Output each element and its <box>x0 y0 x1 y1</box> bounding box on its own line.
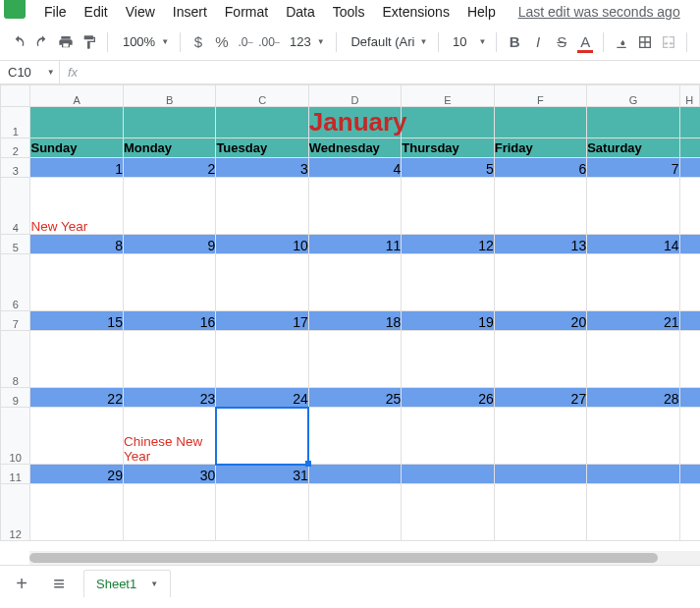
column-header[interactable]: C <box>216 85 308 107</box>
cell[interactable]: Friday <box>494 138 586 158</box>
cell[interactable] <box>679 408 699 465</box>
formula-input[interactable] <box>85 61 700 83</box>
row-header[interactable]: 3 <box>1 158 30 178</box>
cell[interactable] <box>679 465 699 484</box>
cell[interactable] <box>123 107 215 138</box>
row-header[interactable]: 8 <box>1 331 30 388</box>
cell[interactable]: Chinese New Year <box>123 408 215 465</box>
currency-button[interactable]: $ <box>188 29 209 55</box>
cell[interactable]: 26 <box>402 388 494 408</box>
cell[interactable] <box>308 408 401 465</box>
all-sheets-button[interactable]: ≡ <box>47 573 71 595</box>
row-header[interactable]: 5 <box>1 235 30 254</box>
cell[interactable] <box>30 408 123 465</box>
menu-insert[interactable]: Insert <box>164 0 216 24</box>
cell[interactable] <box>587 331 679 388</box>
last-edit-link[interactable]: Last edit was seconds ago <box>518 4 680 20</box>
paint-format-button[interactable] <box>79 29 100 55</box>
cell[interactable] <box>402 254 494 311</box>
cell[interactable]: 17 <box>216 311 308 331</box>
menu-extensions[interactable]: Extensions <box>373 0 458 24</box>
cell[interactable]: 18 <box>308 311 401 331</box>
cell[interactable] <box>216 484 308 541</box>
cell[interactable] <box>402 465 494 484</box>
row-header[interactable]: 1 <box>1 107 30 138</box>
cell[interactable] <box>679 235 699 254</box>
cell[interactable]: 10 <box>216 235 308 254</box>
row-header[interactable]: 10 <box>1 408 30 465</box>
number-format-combo[interactable]: 123▼ <box>282 29 329 55</box>
cell[interactable]: 19 <box>402 311 494 331</box>
cell[interactable] <box>587 107 679 138</box>
text-color-button[interactable]: A <box>574 29 596 55</box>
row-header[interactable]: 12 <box>1 484 30 541</box>
cell[interactable] <box>587 254 679 311</box>
select-all-corner[interactable] <box>1 85 30 107</box>
cell[interactable] <box>587 465 679 484</box>
cell[interactable] <box>30 484 123 541</box>
cell[interactable]: 9 <box>123 235 215 254</box>
strikethrough-button[interactable]: S <box>551 29 572 55</box>
cell[interactable] <box>587 178 679 235</box>
cell[interactable] <box>308 465 401 484</box>
sheet-tab[interactable]: Sheet1 ▼ <box>84 571 170 597</box>
cell[interactable] <box>494 408 586 465</box>
menu-edit[interactable]: Edit <box>76 0 117 24</box>
cell[interactable] <box>123 254 215 311</box>
cell[interactable]: 25 <box>308 388 401 408</box>
cell[interactable]: 31 <box>216 465 308 484</box>
cell[interactable] <box>494 331 586 388</box>
print-button[interactable] <box>55 29 77 55</box>
cell[interactable] <box>216 107 308 138</box>
cell[interactable] <box>30 254 123 311</box>
column-header[interactable]: G <box>587 85 679 107</box>
row-header[interactable]: 6 <box>1 254 30 311</box>
bold-button[interactable]: B <box>504 29 525 55</box>
cell[interactable]: 20 <box>494 311 586 331</box>
cell[interactable] <box>308 331 401 388</box>
column-header[interactable]: B <box>123 85 215 107</box>
cell[interactable] <box>679 484 699 541</box>
cell[interactable] <box>587 484 679 541</box>
horizontal-scrollbar-thumb[interactable] <box>29 553 658 563</box>
cell[interactable] <box>679 178 699 235</box>
cell[interactable] <box>494 178 586 235</box>
sheet-area[interactable]: ABCDEFGH1January2SundayMondayTuesdayWedn… <box>0 84 700 565</box>
cell[interactable]: 6 <box>494 158 586 178</box>
row-header[interactable]: 11 <box>1 465 30 484</box>
column-header[interactable]: E <box>402 85 494 107</box>
cell[interactable] <box>587 408 679 465</box>
cell[interactable] <box>30 107 123 138</box>
column-header[interactable]: D <box>308 85 401 107</box>
cell[interactable] <box>402 178 494 235</box>
cell[interactable]: 15 <box>30 311 123 331</box>
menu-format[interactable]: Format <box>216 0 277 24</box>
row-header[interactable]: 7 <box>1 311 30 331</box>
cell[interactable] <box>679 388 699 408</box>
cell[interactable] <box>494 484 586 541</box>
row-header[interactable]: 9 <box>1 388 30 408</box>
cell[interactable]: 22 <box>30 388 123 408</box>
cell[interactable]: 3 <box>216 158 308 178</box>
cell[interactable] <box>402 484 494 541</box>
cell[interactable]: 12 <box>402 235 494 254</box>
cell[interactable]: 27 <box>494 388 586 408</box>
menu-tools[interactable]: Tools <box>324 0 374 24</box>
merge-cells-button[interactable] <box>658 29 679 55</box>
percent-button[interactable]: % <box>211 29 233 55</box>
cell[interactable] <box>679 138 699 158</box>
borders-button[interactable] <box>634 29 656 55</box>
cell[interactable]: 14 <box>587 235 679 254</box>
cell[interactable] <box>216 408 308 465</box>
cell[interactable] <box>123 178 215 235</box>
cell[interactable]: 16 <box>123 311 215 331</box>
column-header[interactable]: H <box>679 85 699 107</box>
redo-button[interactable] <box>31 29 53 55</box>
cell[interactable]: Thursday <box>402 138 494 158</box>
name-box[interactable]: C10▼ <box>0 65 59 80</box>
cell[interactable] <box>216 331 308 388</box>
cell[interactable] <box>216 254 308 311</box>
cell[interactable] <box>123 484 215 541</box>
cell[interactable]: 8 <box>30 235 123 254</box>
font-size-combo[interactable]: 10▼ <box>446 29 489 55</box>
